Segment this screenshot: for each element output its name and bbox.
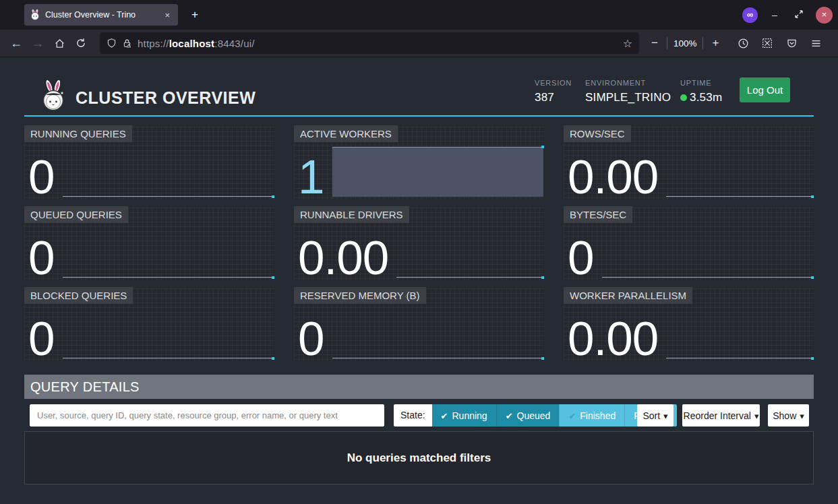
url-text[interactable]: https://localhost:8443/ui/	[138, 38, 618, 49]
query-search-input[interactable]	[30, 404, 384, 427]
query-list-container: No queries matched filters	[24, 431, 814, 484]
forward-button[interactable]: →	[27, 33, 49, 53]
logout-button[interactable]: Log Out	[740, 77, 790, 102]
screenshot-scissors-icon	[761, 37, 773, 49]
shield-permissions-icon[interactable]	[107, 38, 117, 49]
uptime-status-dot	[680, 94, 687, 101]
reserved-memory-value: 0	[298, 319, 324, 358]
spark-endpoint-dot	[811, 276, 814, 279]
stat-tile-active-workers: ACTIVE WORKERS 1	[294, 127, 544, 199]
sparkline	[666, 148, 813, 197]
restore-arrows-icon	[794, 9, 804, 19]
cluster-stats-grid: RUNNING QUERIES 0 ACTIVE WORKERS 1 ROWS/…	[24, 127, 814, 361]
page-title: CLUSTER OVERVIEW	[76, 88, 256, 108]
hamburger-menu-icon	[810, 38, 822, 49]
private-browsing-icon: ∞	[742, 7, 758, 23]
spark-endpoint-dot	[811, 195, 814, 198]
window-close-button[interactable]: ×	[816, 7, 833, 24]
spark-endpoint-dot	[272, 357, 274, 360]
browser-titlebar: Cluster Overview - Trino × + ∞ – ×	[0, 0, 838, 30]
reload-button[interactable]	[70, 33, 92, 53]
bytes-sec-value: 0	[568, 239, 594, 278]
version-value: 387	[535, 91, 572, 104]
sparkline	[63, 228, 274, 278]
back-button[interactable]: ←	[5, 33, 27, 53]
chevron-down-icon	[663, 410, 668, 421]
active-workers-value[interactable]: 1	[298, 158, 324, 197]
queued-queries-value: 0	[28, 239, 55, 278]
bookmark-star-icon[interactable]: ☆	[623, 37, 632, 50]
sparkline	[666, 309, 813, 358]
stat-tile-blocked-queries: BLOCKED QUERIES 0	[24, 288, 274, 361]
check-icon	[506, 410, 513, 421]
spark-endpoint-dot	[811, 357, 814, 360]
stat-tile-runnable-drivers: RUNNABLE DRIVERS 0.00	[294, 208, 544, 280]
reload-icon	[76, 38, 86, 49]
state-filter-group: State: Running Queued Finished Failed	[394, 404, 677, 427]
tab-title: Cluster Overview - Trino	[45, 10, 157, 20]
stat-tile-rows-sec: ROWS/SEC 0.00	[564, 127, 814, 199]
chevron-down-icon	[754, 410, 759, 421]
screenshot-button[interactable]	[756, 33, 778, 53]
menu-button[interactable]	[805, 33, 827, 53]
state-filter-running[interactable]: Running	[432, 404, 496, 427]
sparkline	[396, 228, 543, 278]
pocket-button[interactable]	[781, 33, 802, 53]
tab-close-icon[interactable]: ×	[162, 9, 173, 21]
chevron-down-icon	[800, 410, 804, 421]
query-filter-toolbar: State: Running Queued Finished Failed So…	[24, 404, 814, 427]
running-queries-value: 0	[28, 158, 55, 197]
stat-tile-reserved-memory: RESERVED MEMORY (B) 0	[294, 288, 544, 361]
environment-value: SIMPLE_TRINO	[585, 91, 671, 104]
spark-endpoint-dot	[541, 276, 544, 279]
sparkline	[602, 228, 814, 278]
stat-tile-queued-queries: QUEUED QUERIES 0	[24, 208, 274, 280]
show-dropdown[interactable]: Show	[768, 404, 809, 427]
history-button[interactable]	[732, 33, 754, 53]
sparkline-filled	[332, 147, 544, 197]
state-filter-queued[interactable]: Queued	[496, 404, 560, 427]
sort-dropdown[interactable]: Sort	[637, 404, 674, 427]
state-filter-label: State:	[394, 404, 432, 427]
check-icon	[441, 410, 448, 421]
check-icon	[568, 410, 576, 421]
url-bar[interactable]: https://localhost:8443/ui/ ☆	[100, 32, 639, 54]
uptime-block: UPTIME 3.53m	[680, 79, 722, 104]
trino-bunny-logo	[39, 79, 67, 113]
sparkline	[63, 148, 274, 197]
stat-tile-bytes-sec: BYTES/SEC 0	[564, 208, 814, 280]
blocked-queries-value: 0	[28, 319, 55, 358]
empty-queries-message: No queries matched filters	[347, 451, 491, 465]
version-block: VERSION 387	[535, 79, 572, 104]
reorder-interval-dropdown[interactable]: Reorder Interval	[682, 404, 760, 427]
header-accent-rule	[24, 115, 814, 117]
worker-parallelism-value: 0.00	[568, 319, 658, 358]
lock-warning-icon[interactable]	[122, 38, 132, 49]
sparkline	[332, 309, 544, 358]
zoom-in-button[interactable]: +	[709, 36, 721, 50]
rows-sec-value: 0.00	[568, 158, 658, 197]
spark-endpoint-dot	[272, 195, 274, 198]
window-restore-button[interactable]	[791, 9, 806, 21]
spark-endpoint-dot	[541, 357, 544, 360]
spark-endpoint-dot	[272, 276, 274, 279]
clock-icon	[738, 38, 749, 49]
environment-block: ENVIRONMENT SIMPLE_TRINO	[585, 79, 671, 104]
trino-cluster-overview-page: CLUSTER OVERVIEW VERSION 387 ENVIRONMENT…	[0, 57, 838, 504]
browser-tab[interactable]: Cluster Overview - Trino ×	[24, 4, 178, 26]
stat-tile-worker-parallelism: WORKER PARALLELISM 0.00	[564, 288, 814, 361]
new-tab-button[interactable]: +	[186, 6, 204, 24]
query-details-header: QUERY DETAILS	[24, 375, 814, 399]
trino-favicon	[30, 9, 40, 20]
state-filter-finished[interactable]: Finished	[559, 404, 624, 427]
uptime-value: 3.53m	[690, 91, 722, 104]
home-button[interactable]	[49, 33, 70, 53]
zoom-out-button[interactable]: −	[649, 36, 661, 50]
stat-tile-running-queries: RUNNING QUERIES 0	[24, 127, 274, 199]
browser-navbar: ← → https://localhost:8443/ui/ ☆ − 100% …	[0, 30, 838, 57]
sparkline	[63, 309, 274, 358]
runnable-drivers-value: 0.00	[298, 239, 388, 278]
zoom-level[interactable]: 100%	[674, 38, 697, 49]
window-minimize-button[interactable]: –	[767, 9, 782, 20]
pocket-icon	[786, 38, 798, 49]
